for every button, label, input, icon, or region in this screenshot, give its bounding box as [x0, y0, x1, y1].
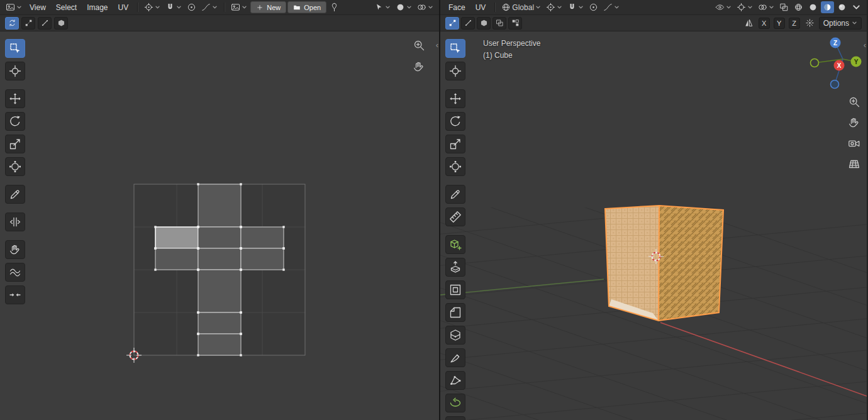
grab-tool[interactable]: [5, 240, 25, 259]
overlays-dropdown[interactable]: [756, 1, 776, 13]
select-mode-face[interactable]: [477, 17, 491, 30]
annotate-tool[interactable]: [5, 185, 25, 204]
falloff-dropdown[interactable]: [199, 1, 220, 13]
inset-faces-tool[interactable]: [445, 280, 465, 299]
uv-vertex[interactable]: [240, 354, 242, 356]
uv-face[interactable]: [198, 184, 241, 227]
proportional-editing-toggle[interactable]: [587, 1, 600, 13]
uv-face[interactable]: [198, 334, 241, 355]
uv-face[interactable]: [198, 248, 241, 270]
uv-face[interactable]: [241, 227, 284, 248]
mirror-icon[interactable]: [742, 17, 755, 29]
annotate-tool[interactable]: [445, 185, 465, 204]
perspective-ortho-toggle[interactable]: [848, 158, 860, 170]
falloff-dropdown[interactable]: [601, 1, 621, 13]
gizmo-neg-z-ball[interactable]: [831, 80, 839, 89]
uv-select-vertex[interactable]: [21, 17, 35, 30]
uv-vertex[interactable]: [240, 247, 242, 249]
xray-toggle[interactable]: [777, 1, 791, 13]
pan-control[interactable]: [848, 116, 860, 129]
proportional-editing-toggle[interactable]: [185, 1, 198, 13]
shading-options-dropdown[interactable]: [850, 1, 863, 13]
uv-face[interactable]: [155, 248, 198, 270]
overlays-dropdown[interactable]: [415, 1, 435, 13]
cursor-tool[interactable]: [445, 62, 465, 80]
zoom-control[interactable]: [413, 39, 425, 52]
uv-face[interactable]: [198, 227, 241, 248]
uv-vertex[interactable]: [282, 268, 284, 270]
zoom-control[interactable]: [848, 96, 860, 108]
extrude-region-tool[interactable]: [445, 258, 465, 277]
measure-tool[interactable]: [445, 207, 465, 226]
loop-cut-tool[interactable]: [445, 326, 465, 345]
active-tool-dropdown[interactable]: [372, 1, 392, 13]
uv-vertex[interactable]: [240, 311, 242, 313]
uv-face[interactable]: [155, 227, 198, 248]
cursor-tool[interactable]: [5, 62, 25, 80]
rotate-tool[interactable]: [445, 112, 465, 131]
pan-control[interactable]: [413, 60, 425, 73]
add-cube-tool[interactable]: [445, 235, 465, 254]
uv-vertex[interactable]: [240, 268, 242, 270]
uv-vertex[interactable]: [197, 333, 199, 334]
menu-uv[interactable]: UV: [114, 2, 133, 13]
uv-vertex[interactable]: [240, 183, 242, 185]
camera-view-toggle[interactable]: [848, 137, 860, 150]
uv-select-face[interactable]: [54, 17, 68, 30]
poly-build-tool[interactable]: [445, 371, 465, 390]
smooth-tool[interactable]: [445, 416, 465, 420]
cube-middle-edge[interactable]: [659, 206, 659, 321]
browse-image-dropdown[interactable]: [229, 1, 249, 13]
menu-image[interactable]: Image: [82, 2, 112, 13]
uv-vertex[interactable]: [197, 268, 199, 270]
pivot-point-dropdown[interactable]: [142, 1, 162, 13]
viewport-canvas[interactable]: User Perspective (1) Cube Z Y X: [440, 31, 867, 420]
menu-face[interactable]: Face: [444, 2, 470, 13]
new-image-button[interactable]: New: [250, 1, 286, 13]
select-mode-edge[interactable]: [461, 17, 475, 30]
uv-sync-selection-toggle[interactable]: [5, 17, 19, 30]
snapping-dropdown[interactable]: [164, 1, 184, 13]
shading-solid[interactable]: [806, 1, 820, 13]
display-channels-dropdown[interactable]: [394, 1, 414, 13]
uv-vertex[interactable]: [197, 311, 199, 313]
menu-select[interactable]: Select: [52, 2, 81, 13]
select-box-tool[interactable]: [5, 39, 25, 58]
region-toggle-arrow[interactable]: ‹: [436, 40, 438, 50]
uv-face[interactable]: [198, 312, 241, 334]
uv-vertex[interactable]: [240, 333, 242, 334]
mirror-z-toggle[interactable]: Z: [789, 18, 800, 29]
shading-rendered[interactable]: [835, 1, 849, 13]
mirror-x-toggle[interactable]: X: [759, 18, 770, 29]
open-image-button[interactable]: Open: [287, 1, 326, 13]
uv-vertex[interactable]: [240, 226, 242, 228]
relax-tool[interactable]: [5, 263, 25, 282]
navigation-gizmo[interactable]: Z Y X: [806, 35, 864, 93]
uv-vertex[interactable]: [282, 226, 284, 228]
mirror-y-toggle[interactable]: Y: [774, 18, 785, 29]
editor-type-button[interactable]: [4, 1, 24, 13]
uv-vertex[interactable]: [154, 247, 156, 249]
uv-vertex[interactable]: [154, 268, 156, 270]
shading-wireframe[interactable]: [792, 1, 805, 13]
gizmo-neg-y-ball[interactable]: [811, 59, 819, 67]
select-mode-vertex[interactable]: [445, 17, 459, 30]
uv-vertex[interactable]: [197, 183, 199, 185]
options-dropdown[interactable]: Options: [819, 17, 862, 30]
transform-orientation-dropdown[interactable]: Global: [499, 1, 543, 13]
uv-vertex[interactable]: [282, 247, 284, 249]
move-tool[interactable]: [5, 89, 25, 108]
menu-view[interactable]: View: [25, 2, 50, 13]
pivot-point-dropdown[interactable]: [544, 1, 564, 13]
uv-vertex[interactable]: [197, 247, 199, 249]
select-box-tool[interactable]: [445, 39, 465, 58]
uv-editor-canvas[interactable]: ‹: [0, 31, 439, 420]
select-mode-island[interactable]: [508, 17, 522, 30]
menu-uv[interactable]: UV: [471, 2, 491, 13]
transform-tool[interactable]: [445, 157, 465, 176]
transform-tool[interactable]: [5, 157, 25, 176]
uv-face[interactable]: [241, 248, 284, 270]
snapping-dropdown[interactable]: [565, 1, 586, 13]
scale-tool[interactable]: [445, 135, 465, 153]
uv-vertex[interactable]: [197, 226, 199, 228]
